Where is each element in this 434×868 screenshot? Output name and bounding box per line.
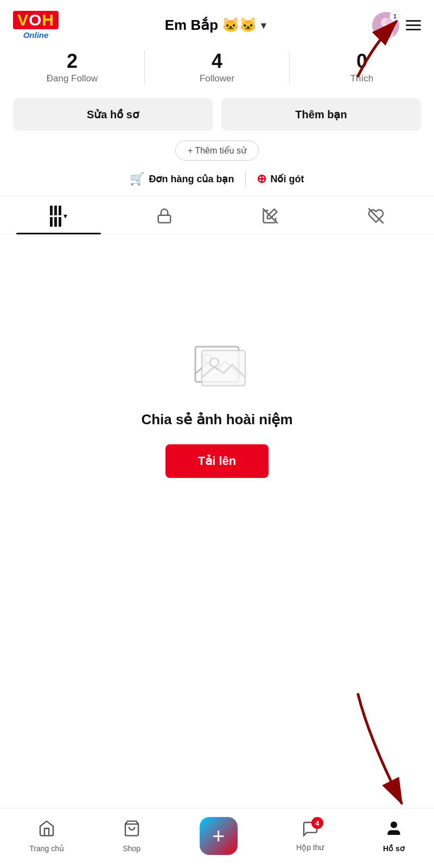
tab-tag[interactable]: [217, 198, 323, 232]
avatar-container[interactable]: 1: [372, 12, 399, 39]
heart-icon: [368, 208, 384, 224]
avatar-badge: 1: [390, 11, 400, 22]
orders-label: Đơn hàng của bạn: [149, 173, 234, 185]
bio-section: + Thêm tiểu sử: [0, 138, 434, 167]
link-divider: [245, 171, 246, 187]
inbox-label: Hộp thư: [296, 843, 324, 852]
followers-count: 4: [212, 50, 222, 72]
content-area: Chia sẻ ảnh hoài niệm Tải lên: [0, 235, 434, 560]
following-label: Đang Follow: [47, 73, 98, 84]
nav-shop[interactable]: Shop: [123, 820, 141, 853]
home-icon: [38, 820, 55, 841]
inbox-badge: 4: [311, 817, 323, 829]
upload-button[interactable]: Tải lên: [165, 444, 269, 478]
svg-rect-5: [158, 215, 170, 223]
svg-rect-11: [202, 350, 245, 386]
plus-icon: +: [212, 825, 225, 847]
empty-title: Chia sẻ ảnh hoài niệm: [141, 411, 292, 428]
links-row: 🛒 Đơn hàng của bạn ⊕ Nối gót: [0, 167, 434, 196]
connect-label: Nối gót: [271, 173, 304, 185]
header: VOH Online Em Bắp 🐱🐱 ▾ 1: [0, 0, 434, 45]
inbox-icon-container: 4: [302, 820, 319, 840]
tabs-row: ▾: [0, 196, 434, 235]
following-count: 2: [67, 50, 78, 72]
username: Em Bắp 🐱🐱: [165, 17, 257, 34]
cart-icon: 🛒: [130, 172, 144, 186]
action-buttons: Sửa hồ sơ Thêm bạn: [0, 86, 434, 138]
stat-followers[interactable]: 4 Follower: [145, 50, 290, 84]
tag-icon: [262, 208, 278, 224]
stat-following[interactable]: 2 Đang Follow: [0, 50, 145, 84]
bottom-nav: Trang chủ Shop + 4 Hộp thư: [0, 808, 434, 868]
nav-profile[interactable]: Hồ sơ: [383, 820, 405, 853]
logo-v: V: [17, 11, 29, 29]
add-bio-button[interactable]: + Thêm tiểu sử: [175, 141, 259, 161]
logo-voh: VOH: [13, 11, 59, 29]
dropdown-icon[interactable]: ▾: [261, 20, 266, 31]
home-label: Trang chủ: [29, 844, 64, 853]
header-right: 1: [372, 12, 421, 39]
stats-row: 2 Đang Follow 4 Follower 0 Thích: [0, 45, 434, 86]
tab-grid[interactable]: ▾: [5, 196, 111, 234]
username-area[interactable]: Em Bắp 🐱🐱 ▾: [165, 17, 266, 34]
profile-label: Hồ sơ: [383, 844, 405, 853]
shop-icon: [123, 820, 141, 841]
lock-icon: [156, 208, 173, 224]
likes-count: 0: [356, 50, 367, 72]
nav-inbox[interactable]: 4 Hộp thư: [296, 820, 324, 852]
edit-profile-button[interactable]: Sửa hồ sơ: [13, 98, 213, 131]
logo-online: Online: [23, 30, 49, 40]
empty-image-icon: [184, 339, 250, 395]
tab-heart[interactable]: [323, 198, 429, 232]
stat-likes[interactable]: 0 Thích: [290, 50, 434, 84]
arrow-profile: [315, 684, 423, 825]
logo-o: O: [29, 11, 42, 29]
profile-icon: [385, 820, 403, 841]
add-friend-button[interactable]: Thêm bạn: [221, 98, 421, 131]
followers-label: Follower: [200, 73, 234, 84]
nav-home[interactable]: Trang chủ: [29, 820, 64, 853]
nav-create[interactable]: +: [200, 817, 238, 855]
grid-dropdown-arrow: ▾: [63, 212, 67, 220]
svg-point-15: [391, 822, 397, 828]
connect-icon: ⊕: [257, 172, 266, 186]
orders-link[interactable]: 🛒 Đơn hàng của bạn: [130, 172, 234, 186]
hamburger-menu[interactable]: [406, 20, 421, 30]
tab-lock[interactable]: [111, 198, 217, 232]
grid-icon: [50, 206, 61, 227]
shop-label: Shop: [123, 844, 141, 853]
logo-h: H: [42, 11, 54, 29]
connect-link[interactable]: ⊕ Nối gót: [257, 172, 304, 186]
create-button[interactable]: +: [200, 817, 238, 855]
grid-tab-inner: ▾: [50, 206, 67, 227]
likes-label: Thích: [350, 73, 374, 84]
logo: VOH Online: [13, 11, 59, 40]
